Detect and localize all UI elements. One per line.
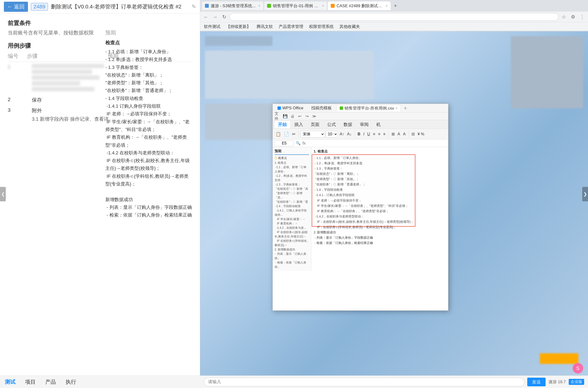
bookmark-tencent[interactable]: 腾讯文软 [255,23,275,30]
wps-print-btn[interactable]: 🖨 [289,113,296,120]
bottom-nav: 测试 项目 产品 执行 [0,375,200,388]
tab-label-2: 销售管理平台-01-用例 - 普通... [273,3,319,9]
back-nav-button[interactable]: ← [202,13,210,21]
italic-btn[interactable]: I [362,131,365,138]
bookmark-others[interactable]: 其他收藏夹 [338,23,362,30]
precondition-title: 前置条件 [8,19,192,27]
number-format-btn[interactable]: ¥ % [417,131,425,138]
bookmark-update[interactable]: 【持续更新】 [224,23,253,30]
wps-format-bar: 📋 📄 ✂ 宋体 10 A↑ A↓ B I U ≡ ≡ ≡ ⊞ A A ⊟ [273,129,448,140]
expected-section: 预期 检查点 - 1.1 必填：新增「订单人身份」 - 1.2 单|多选：教授学… [105,29,192,219]
extensions-button[interactable]: ⚙ [569,13,577,21]
ribbon-tab-more[interactable]: 机 [373,121,384,128]
font-size-select[interactable]: 10 [326,131,338,138]
expand-right-button[interactable]: ❯ [582,187,588,201]
edit-icon[interactable]: ✎ [192,4,196,10]
font-decrease-btn[interactable]: A↓ [346,131,353,138]
browser-tabs: 遨游 - S3销售管理系统... × 销售管理平台-01-用例 - 普通... … [200,0,588,12]
align-left-btn[interactable]: ≡ [372,131,376,138]
browser-tab-1[interactable]: 遨游 - S3销售管理系统... × [202,1,263,10]
back-label: 返回 [14,3,25,10]
format-paste-btn[interactable]: 📄 [283,131,290,138]
back-button[interactable]: ← 返回 [4,2,28,12]
browser-tab-2[interactable]: 销售管理平台-01-用例 - 普通... × [264,1,327,10]
formula-icon[interactable]: fx [303,141,305,146]
bookmark-software-test[interactable]: 软件测试 [202,23,222,30]
address-bar[interactable] [230,13,559,21]
align-center-btn[interactable]: ≡ [377,131,381,138]
steps-section: 用例步骤 编号 步骤 预期 1 [8,42,192,122]
formula-input[interactable] [307,140,446,146]
wps-tab-label-2: 找稿売模板 [311,105,332,111]
chat-icon[interactable]: S [573,363,583,374]
format-copy-btn[interactable]: 📋 [275,131,282,138]
underline-btn[interactable]: U [366,131,371,138]
search-icon[interactable]: 🔍 [296,141,301,146]
new-tab-button[interactable]: + [392,2,399,10]
ribbon-tab-review[interactable]: 审阅 [357,121,372,128]
wps-left-panel-content: ① 检查点 1. 检查点 -1.1，必填、新增「订单人身份」 -1.2，单|多选… [275,156,309,269]
tab-label-1: 遨游 - S3销售管理系统... [211,3,256,9]
wps-tab-close[interactable]: × [395,106,397,110]
nav-item-project[interactable]: 项目 [25,378,36,386]
ribbon-tab-page[interactable]: 页面 [307,121,323,128]
wps-save-btn[interactable]: 💾 [282,113,289,120]
fmt-divider-4 [408,131,409,137]
fill-color-btn[interactable]: A [397,131,401,138]
format-cut-btn[interactable]: ✂ [291,131,296,138]
wps-undo-btn[interactable]: ↩ [296,113,303,120]
col-header-num: 编号 [8,52,27,60]
wps-window: WPS Office 找稿売模板 销售管理平台-所有用例.csv × + 文件 … [272,104,448,311]
ribbon-tab-data[interactable]: 数据 [340,121,356,128]
font-color-btn[interactable]: A [402,131,407,138]
wps-tab-csv[interactable]: 销售管理平台-所有用例.csv × [337,105,401,112]
align-right-btn[interactable]: ≡ [382,131,386,138]
tab-close-1[interactable]: × [258,4,260,8]
wps-tab-main[interactable]: WPS Office [275,105,306,112]
ribbon-tab-formula[interactable]: 公式 [324,121,339,128]
browser-tab-3[interactable]: CASE #2489 删除测试【V0... × [328,1,391,10]
version-label: 遨游 18.7 [548,379,566,385]
send-button[interactable]: 发送 [527,378,546,386]
wps-main-area: 预期 ① 检查点 1. 检查点 -1.1，必填、新增「订单人身份」 -1.2，单… [273,147,448,271]
steps-with-expected: 预期 检查点 - 1.1 必填：新增「订单人身份」 - 1.2 单|多选：教授学… [8,97,192,122]
col-header-step: 步骤 [27,52,108,60]
tab-close-3[interactable]: × [386,4,388,8]
menu-button[interactable]: ⋮ [578,13,586,21]
border-btn[interactable]: ⊞ [391,131,396,138]
message-input[interactable] [204,378,524,386]
wps-sheet: 预期 ① 检查点 1. 检查点 -1.1，必填、新增「订单人身份」 -1.2，单… [273,147,448,311]
wps-tab-template[interactable]: 找稿売模板 [308,105,335,112]
font-family-select[interactable]: 宋体 [301,131,325,138]
wps-logo-icon [277,106,281,110]
bookmark-permissions[interactable]: 权限管理系统 [307,23,336,30]
bold-btn[interactable]: B [357,131,361,138]
font-increase-btn[interactable]: A↑ [339,131,345,138]
wps-add-tab-button[interactable]: + [402,105,408,111]
forward-nav-button[interactable]: → [211,13,219,21]
fmt-divider-2 [354,131,355,137]
nav-item-product[interactable]: 产品 [45,378,56,386]
merge-btn[interactable]: ⊟ [411,131,416,138]
collapse-left-button[interactable]: ❮ [0,187,6,201]
expected-content: 检查点 - 1.1 必填：新增「订单人身份」 - 1.2 单|多选：教授学科支持… [105,38,192,219]
wps-redo-btn[interactable]: ↪ [303,113,310,120]
wps-cells-area: 1. 检查点 - 1.1，必填、新增「订单人身份」 - 1.2，单|多选、教授学… [311,147,448,271]
ribbon-tab-home[interactable]: 开始 [275,121,290,128]
bookmark-button[interactable]: ☆ [560,13,568,21]
wps-more-btn[interactable]: ≫ [311,113,318,120]
cell-reference-input[interactable] [275,140,294,146]
wps-toolbar-icons: 文件 💾 🖨 ↩ ↪ ≫ [275,113,318,120]
nav-item-execute[interactable]: 执行 [66,378,76,386]
browser-chrome: 遨游 - S3销售管理系统... × 销售管理平台-01-用例 - 普通... … [200,0,588,31]
page-title: 删除测试【V0.0.4-老师管理】订单老师逻辑优化检查 #2 [51,3,189,10]
reload-button[interactable]: ↻ [220,13,228,21]
bookmark-product-req[interactable]: 产品需求管理 [277,23,305,30]
wps-file-menu[interactable]: 文件 [275,113,281,120]
wps-tab-label-1: WPS Office [282,106,303,111]
ribbon-tab-insert[interactable]: 插入 [291,121,306,128]
browser-toolbar: ← → ↻ ☆ ⚙ ⋮ [200,12,588,22]
nav-item-test[interactable]: 测试 [5,378,15,386]
main-panel: ← 返回 2489 删除测试【V0.0.4-老师管理】订单老师逻辑优化检查 #2… [0,0,200,388]
tab-close-2[interactable]: × [322,4,324,8]
